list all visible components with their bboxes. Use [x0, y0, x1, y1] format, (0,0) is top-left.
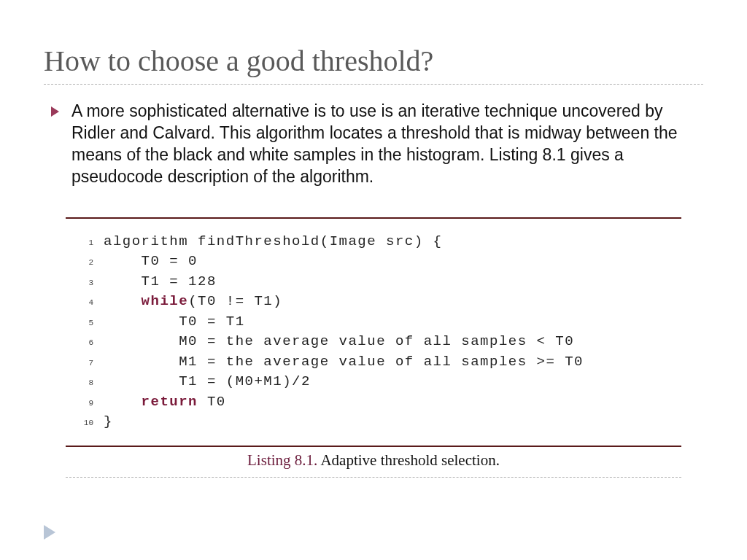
next-slide-icon[interactable] [44, 525, 57, 542]
code-line: 5 T0 = T1 [73, 312, 674, 332]
listing-label: Listing 8.1. [247, 451, 317, 469]
code-line: 10} [73, 412, 674, 432]
code-listing: 1algorithm findThreshold(Image src) { 2 … [66, 217, 681, 470]
listing-body: 1algorithm findThreshold(Image src) { 2 … [66, 219, 681, 446]
slide: How to choose a good threshold? A more s… [0, 0, 747, 492]
body-paragraph: A more sophisticated alternative is to u… [71, 101, 703, 188]
listing-caption-text: Adaptive threshold selection. [320, 451, 500, 469]
listing-bottom-rule [66, 446, 681, 447]
code-line: 7 M1 = the average value of all samples … [73, 352, 674, 373]
triangle-bullet-icon [51, 106, 60, 117]
title-divider [44, 84, 703, 85]
code-line: 4 while(T0 != T1) [73, 292, 674, 312]
code-line: 6 M0 = the average value of all samples … [73, 332, 674, 352]
slide-title: How to choose a good threshold? [44, 44, 703, 78]
code-line: 3 T1 = 128 [73, 272, 674, 292]
bullet-item: A more sophisticated alternative is to u… [44, 101, 703, 188]
code-line: 1algorithm findThreshold(Image src) { [73, 232, 674, 252]
code-line: 9 return T0 [73, 392, 674, 413]
svg-marker-0 [51, 106, 59, 117]
footer-divider [66, 477, 681, 478]
code-line: 2 T0 = 0 [73, 252, 674, 272]
svg-marker-1 [44, 525, 55, 540]
listing-caption: Listing 8.1. Adaptive threshold selectio… [66, 451, 681, 470]
code-line: 8 T1 = (M0+M1)/2 [73, 372, 674, 392]
